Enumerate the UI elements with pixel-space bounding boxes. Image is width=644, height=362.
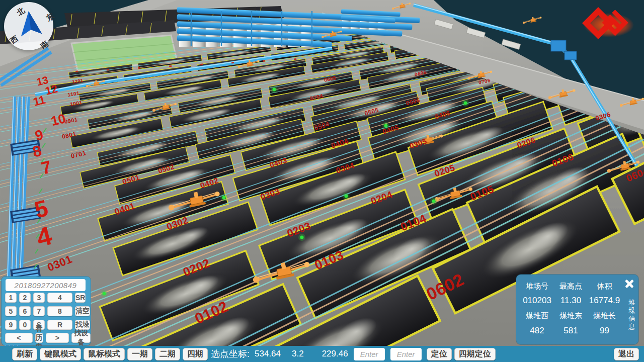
keypad-button[interactable]: > [46,333,69,343]
info-header-row: 堆场号最高点体积 [520,282,621,291]
status-dot [464,102,467,105]
keypad-button[interactable]: 3 [33,293,45,303]
info-header: 堆场号 [520,282,554,291]
panel-side-title: 堆垛信息 [628,299,636,331]
status-dot [103,292,106,296]
toolbar-locate-buttons: 定位四期定位 [427,348,496,360]
compass-arrow-icon [14,9,46,42]
toolbar-button[interactable]: 四期 [183,348,208,360]
compass[interactable]: 北 东 南 西 [4,2,53,50]
info-header: 煤堆东 [554,311,588,321]
info-value-row: 01020311.3016774.9 [520,296,621,306]
info-value: 16774.9 [588,296,621,306]
keypad-button[interactable]: 5 [5,306,17,316]
pile-info-panel: 堆场号最高点体积 01020311.3016774.9 煤堆西煤堆东煤堆长 48… [516,275,638,344]
keypad-button[interactable]: 看历史 [35,333,43,343]
keypad-button[interactable]: 7 [33,306,45,316]
toolbar-button[interactable]: 鼠标模式 [84,348,125,360]
info-header: 煤堆西 [520,311,554,321]
info-header: 体积 [588,282,621,291]
toolbar-button[interactable]: 二期 [155,348,180,360]
keypad-button[interactable]: 9 [5,320,17,330]
road-marker [231,62,234,64]
info-header: 煤堆长 [588,311,621,321]
exit-button[interactable]: 退出 [614,348,639,360]
road-marker [200,63,203,65]
info-value: 010203 [520,296,554,306]
toolbar-button[interactable]: 刷新 [12,348,37,360]
info-value: 11.30 [554,296,588,306]
keypad-button[interactable]: 0 [19,320,31,330]
keypad-button[interactable]: < [5,333,33,343]
coord-label: 选点坐标: [211,348,250,360]
status-dot [222,196,226,200]
keypad-button[interactable]: 4 [47,293,72,303]
road-marker [294,58,296,60]
info-value: 99 [588,326,621,336]
road-marker [107,69,109,71]
info-value-row: 48258199 [520,326,621,336]
road-marker [169,65,172,67]
app-root: 0102010301040105010602020203020402050206… [0,0,644,362]
toolbar-left-buttons: 刷新键鼠模式鼠标模式一期二期四期 [12,348,208,360]
keypad-button[interactable]: R [47,320,72,330]
toolbar-button[interactable]: 键鼠模式 [40,348,81,360]
road-marker [75,70,78,72]
keypad-button[interactable]: 找设备 [71,333,91,343]
info-value: 482 [520,326,554,336]
coord-input-2[interactable] [390,348,422,360]
keypad-button[interactable]: 1 [5,293,17,303]
coord-input-1[interactable] [354,348,385,360]
coord-y-value: 3.2 [292,349,304,359]
keypad-row: 5678清空 [5,306,90,316]
toolbar-button[interactable]: 定位 [427,348,452,360]
keypad-button[interactable]: 清空 [75,306,90,316]
status-dot [300,236,304,239]
keypad-button[interactable]: SR [75,293,86,303]
keypad-button[interactable]: 8 [47,306,72,316]
keypad-panel: 1234SR 5678清空 90SR找垛 <看历史>找设备 [2,277,91,345]
history-search-input[interactable] [6,279,86,291]
status-dot [345,195,348,198]
keypad-button[interactable]: 6 [19,306,31,316]
info-header: 最高点 [554,282,588,291]
keypad-button[interactable]: 2 [19,293,31,303]
status-dot [432,200,436,203]
coord-z-value: 229.46 [322,349,348,359]
keypad-row: 1234SR [5,293,86,303]
coord-x-value: 534.64 [255,349,281,359]
toolbar-button[interactable]: 一期 [127,348,152,360]
keypad-row: 90SR找垛 [5,320,90,330]
bottom-toolbar: 刷新键鼠模式鼠标模式一期二期四期 选点坐标: 534.64 3.2 229.46… [0,346,644,362]
road-marker [263,60,265,62]
info-value: 581 [554,326,588,336]
road-marker [138,67,140,69]
keypad-row: <看历史>找设备 [5,333,91,343]
status-dot [273,88,276,92]
company-logo-icon [582,3,637,42]
keypad-button[interactable]: 找垛 [75,320,90,330]
toolbar-button[interactable]: 四期定位 [454,348,496,360]
info-header-row: 煤堆西煤堆东煤堆长 [520,311,621,321]
close-icon[interactable] [625,279,634,288]
